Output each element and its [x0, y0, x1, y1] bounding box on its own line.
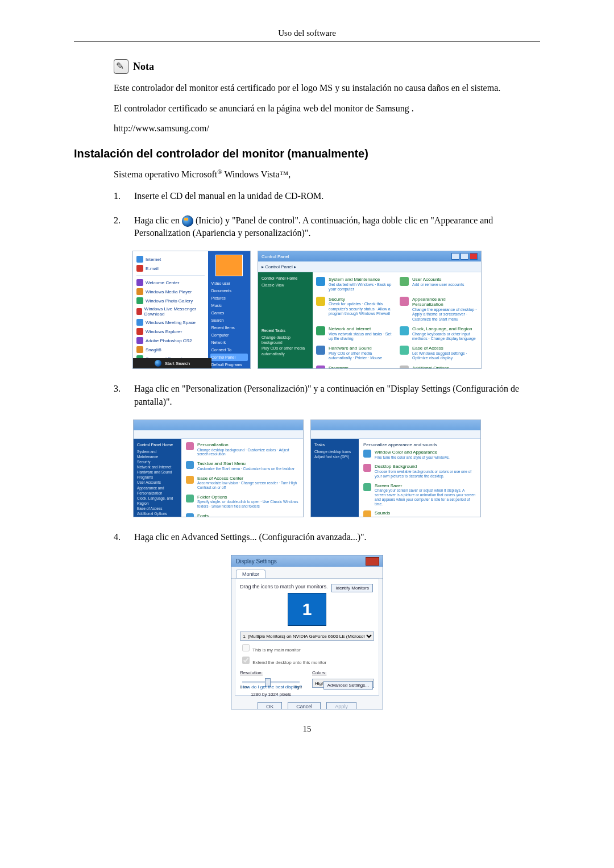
start-menu-item: Windows Meeting Space — [136, 318, 205, 327]
start-menu-right-item: Control Panel — [210, 354, 248, 361]
cp-category: SecurityCheck for updates · Check this c… — [316, 297, 394, 322]
start-menu-right-item: Default Programs — [210, 361, 248, 368]
cp-classic-view: Classic View — [262, 283, 309, 288]
note-label: Nota — [133, 61, 154, 72]
address-bar: ▸ Control Panel ▸ — [258, 261, 481, 272]
window-title: Control Panel — [262, 254, 289, 259]
device-select: 1. (Multiple Monitors) on NVIDIA GeForce… — [240, 632, 374, 641]
start-menu-item: Windows Explorer — [136, 327, 205, 336]
appearance-item: Folder OptionsSpecify single- or double-… — [186, 495, 298, 509]
cp-category: System and MaintenanceGet started with W… — [316, 277, 394, 292]
current-resolution: 1280 by 1024 pixels — [240, 692, 302, 697]
start-menu-right-item: Search — [210, 317, 248, 324]
identify-monitors-button: Identify Monitors — [331, 584, 373, 592]
cp-category: Clock, Language, and RegionChange keyboa… — [400, 326, 478, 341]
help-link: How do I get the best display? — [241, 684, 302, 690]
header-rule — [74, 41, 540, 42]
step-number: 2. — [114, 214, 134, 240]
start-menu-right-item: Music — [210, 302, 248, 309]
chk-main-monitor: This is my main monitor — [240, 642, 374, 653]
start-menu-right-item: Help and Support — [210, 368, 248, 369]
personalize-heading: Personalize appearance and sounds — [363, 442, 476, 447]
cp-category: Additional Options — [400, 366, 478, 369]
start-orb-icon — [182, 215, 193, 227]
cp-category: ProgramsUninstall a program · Change sta… — [316, 366, 394, 369]
resolution-slider — [242, 681, 300, 683]
min-icon — [451, 253, 459, 260]
start-menu-right-item: Documents — [210, 287, 248, 294]
personalization-item: Window Color and AppearanceFine tune the… — [363, 450, 476, 459]
dialog-title: Display Settings — [236, 558, 277, 564]
cancel-button: Cancel — [288, 702, 321, 709]
os-line: Sistema operativo Microsoft® Windows Vis… — [114, 168, 540, 180]
screenshot-personalization-panel: TasksChange desktop iconsAdjust font siz… — [310, 420, 481, 517]
start-menu-right-item: Connect To — [210, 346, 248, 354]
start-menu-right-item: Games — [210, 309, 248, 317]
start-menu-right-item: Video user — [210, 280, 248, 287]
apply-button: Apply — [326, 702, 356, 709]
note-icon — [114, 59, 128, 74]
start-menu-item: Welcome Center — [136, 278, 205, 287]
start-menu-item: E-mail — [136, 264, 205, 273]
start-search: Start Search — [165, 361, 190, 366]
appearance-item: PersonalizationChange desktop background… — [186, 442, 298, 456]
note-paragraph-3: http://www.samsung.com/ — [114, 122, 540, 135]
step-3-text: Haga clic en "Personalization (Personali… — [134, 383, 540, 408]
os-line-a: Sistema operativo Microsoft — [114, 169, 217, 179]
step-number: 1. — [114, 190, 134, 202]
cp-category: User AccountsAdd or remove user accounts — [400, 277, 478, 292]
step-number: 4. — [114, 531, 134, 543]
personalization-item: SoundsChange which sounds are heard when… — [363, 510, 476, 517]
start-menu-item: Internet — [136, 255, 205, 264]
max-icon — [460, 253, 468, 260]
start-menu-item: SnagIt8 — [136, 345, 205, 354]
cp-category: Hardware and SoundPlay CDs or other medi… — [316, 346, 394, 360]
start-menu-item: Windows Photo Gallery — [136, 296, 205, 305]
cp-category: Ease of AccessLet Windows suggest settin… — [400, 346, 478, 360]
step-4-text: Haga clic en Advanced Settings... (Confi… — [134, 531, 540, 543]
ok-button: OK — [258, 702, 282, 709]
section-heading: Instalación del controlador del monitor … — [74, 147, 540, 160]
advanced-settings-button: Advanced Settings... — [323, 681, 373, 690]
colors-label: Colors: — [312, 670, 374, 675]
start-menu-item: Windows Media Player — [136, 287, 205, 296]
close-icon — [470, 253, 478, 260]
appearance-item: Taskbar and Start MenuCustomize the Star… — [186, 461, 298, 471]
step-2-text: Haga clic en (Inicio) y "Panel de contro… — [134, 214, 540, 240]
user-picture — [215, 255, 243, 276]
start-menu-right-item: Recent Items — [210, 324, 248, 331]
start-menu-right-item: Pictures — [210, 294, 248, 302]
os-line-b: Windows Vista™, — [222, 169, 291, 179]
screenshot-start-menu: InternetE-mailWelcome CenterWindows Medi… — [132, 251, 251, 369]
chk-extend-desktop: Extend the desktop onto this monitor — [240, 655, 374, 666]
appearance-item: FontsInstall or remove a font — [186, 513, 298, 517]
start-menu-right-item: Computer — [210, 331, 248, 339]
start-menu-item: Windows Live Messenger Download — [136, 305, 205, 318]
screenshot-row-2: Control Panel HomeSystem and Maintenance… — [74, 420, 540, 517]
cp-category: Appearance and PersonalizationChange the… — [400, 297, 478, 322]
step-1-text: Inserte el CD del manual en la unidad de… — [134, 190, 540, 202]
close-icon — [366, 557, 379, 566]
all-programs: All Programs — [136, 368, 205, 369]
page-number: 15 — [74, 724, 540, 734]
resolution-label: Resolution: — [240, 670, 302, 675]
cp-home: Control Panel Home — [262, 276, 309, 281]
tab-monitor: Monitor — [236, 570, 265, 578]
screenshot-control-panel: Control Panel ▸ Control Panel ▸ Control … — [258, 251, 482, 369]
step-2-text-a: Haga clic en — [134, 215, 182, 225]
start-orb-icon — [155, 360, 161, 367]
monitor-thumbnail: 1 — [288, 593, 326, 626]
note-paragraph-2: El controlador certificado se anunciará … — [114, 102, 540, 115]
screenshot-appearance-panel: Control Panel HomeSystem and Maintenance… — [133, 420, 304, 517]
screenshot-row-1: InternetE-mailWelcome CenterWindows Medi… — [74, 251, 540, 369]
step-number: 3. — [114, 383, 134, 408]
appearance-item: Ease of Access CenterAccommodate low vis… — [186, 476, 298, 490]
personalization-item: Desktop BackgroundChoose from available … — [363, 464, 476, 478]
note-paragraph-1: Este controlador del monitor está certif… — [114, 82, 540, 94]
screenshot-display-settings: Display Settings Monitor Drag the icons … — [231, 555, 383, 709]
start-menu-item: Adobe Photoshop CS2 — [136, 336, 205, 345]
personalization-item: Screen SaverChange your screen saver or … — [363, 483, 476, 506]
start-menu-right-item: Network — [210, 339, 248, 346]
cp-category: Network and InternetView network status … — [316, 326, 394, 341]
page-header: Uso del software — [74, 28, 540, 38]
